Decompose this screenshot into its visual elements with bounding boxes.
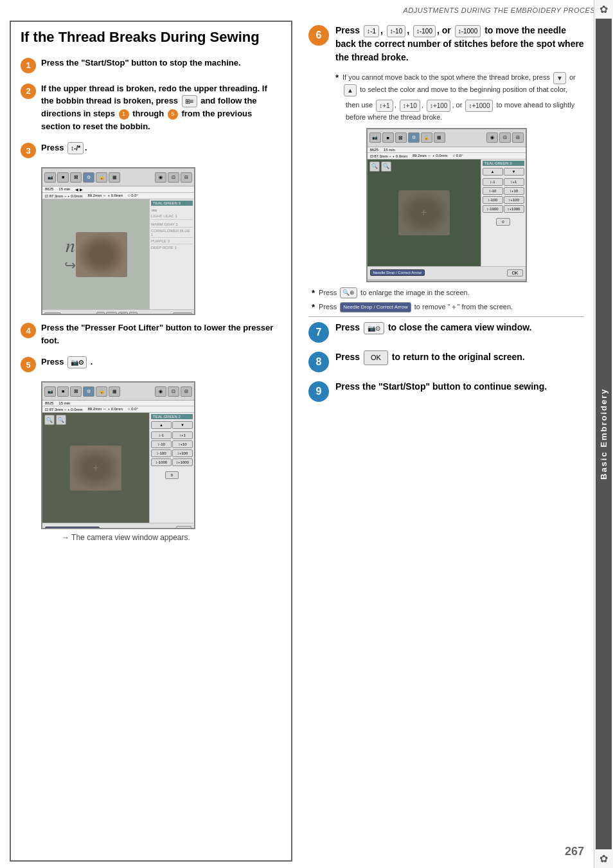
screen1-toolbar: 📷 ■ ⊠ ⚙ 🔒 ▦ ◉ ⊡ ⊟ xyxy=(42,168,194,186)
s3-minus100[interactable]: ↕-100 xyxy=(483,196,503,204)
screen2-info-row2: ⊡ 87.3mm ÷ + 0.0mm 89.2mm ↔ + 0.0mm ○ 0.… xyxy=(42,406,194,413)
return-btn[interactable]: Return xyxy=(44,312,61,316)
arrow-icon: ↪ xyxy=(64,257,76,274)
scissors-btn[interactable]: ✂ xyxy=(96,312,105,315)
needle-display: 𝑛 ↪ xyxy=(64,235,76,274)
divider-1 xyxy=(308,316,584,317)
step-3: 3 Press ↕-/*. xyxy=(21,141,281,158)
right-column: 6 Press ↕-1, ↕-10, ↕-100, or ↕-1000 to m… xyxy=(299,17,607,868)
s3-plus10[interactable]: ↕+10 xyxy=(504,187,524,195)
s3-minus1[interactable]: ↕-1 xyxy=(483,178,503,186)
s3-zero-btn[interactable]: 0 xyxy=(496,218,510,226)
step3-button[interactable]: ↕-/* xyxy=(67,142,84,154)
needle-drop-btn[interactable]: Needle Drop / Correct Arrow xyxy=(45,527,100,530)
embroidery-preview-3 xyxy=(398,190,450,235)
s3-plus100[interactable]: ↕+100 xyxy=(504,196,524,204)
screen3-bottom: Needle Drop / Correct Arrow OK xyxy=(368,266,526,279)
s3-zoom-in[interactable]: 🔍 xyxy=(369,161,380,172)
color-cornflower: CORNFLOWER BLUE 1 xyxy=(151,229,193,238)
s3-minus10[interactable]: ↕-10 xyxy=(483,187,503,195)
plus100-btn[interactable]: ↕+100 xyxy=(427,100,451,112)
step-6-note-1-text: If you cannot move back to the spot wher… xyxy=(342,72,584,96)
bobbin-button[interactable]: ⊞≡ xyxy=(182,95,197,107)
needle-drop-note-btn[interactable]: Needle Drop / Correct Arrow xyxy=(340,302,411,312)
step5-camera-button[interactable]: 📷⊙ xyxy=(67,356,87,368)
plus10-btn[interactable]: ↕+10 xyxy=(400,100,420,112)
step8-ok-btn[interactable]: OK xyxy=(364,350,388,365)
step-5-text: Press 📷⊙ . xyxy=(41,356,93,368)
s2-plus1000[interactable]: ↕+1000 xyxy=(172,458,193,466)
menu-icon: ▦ xyxy=(109,172,120,183)
s3-top-right-icons: ◉ ⊡ ⊟ xyxy=(486,132,524,143)
needle-icon: 𝑛 xyxy=(66,235,75,257)
screen1-info-row2: ⊡ 87.3mm ÷ + 0.0mm 89.2mm ↔ + 0.0mm ○ 0.… xyxy=(42,193,194,199)
page-container: ADJUSTMENTS DURING THE EMBROIDERY PROCES… xyxy=(0,0,613,868)
s2-plus100[interactable]: ↕+100 xyxy=(172,449,193,457)
hoop-btn[interactable]: ⊡ xyxy=(129,312,138,315)
zoom-out-btn[interactable]: 🔍 xyxy=(56,415,66,425)
screen-note-1-text: Press 🔍⊕ to enlarge the image in the scr… xyxy=(319,287,470,299)
screen3-right-panel: TEAL GREEN 3 ▲ ▼ ↕-1 ↕+1 ↕-10 xyxy=(481,159,526,266)
edit-icon: ■ xyxy=(57,172,69,183)
zoom-btn-note[interactable]: 🔍⊕ xyxy=(340,287,357,299)
s3-down-btn[interactable]: ▼ xyxy=(504,168,524,176)
bullet-star-2: * xyxy=(312,288,315,298)
s3-minus1000[interactable]: ↕-1000 xyxy=(483,205,503,213)
zoom-in-btn[interactable]: 🔍 xyxy=(44,415,55,425)
s3-edit-icon: ■ xyxy=(382,132,394,143)
s2-minus100[interactable]: ↕-100 xyxy=(151,449,172,457)
screen1-body: 𝑛 ↪ TEAL GREEN 3 nto LIGHT LILAC 1 xyxy=(42,199,194,309)
dim-y: 89.2mm ↔ + 0.0mm xyxy=(87,194,123,198)
s3-dim-x: ⊡ 87.3mm ÷ + 0.0mm xyxy=(370,154,407,158)
plus1000-btn[interactable]: ↕+1000 xyxy=(465,100,493,112)
s2-up-btn[interactable]: ▲ xyxy=(151,421,172,429)
step-number-1: 1 xyxy=(21,58,36,73)
section-title: If the Thread Breaks During Sewing xyxy=(21,28,281,47)
minus100-btn[interactable]: ↕-100 xyxy=(413,25,436,37)
s3-row3: ↕-100 ↕+100 xyxy=(483,196,524,204)
s3-needle-drop-btn[interactable]: Needle Drop / Correct Arrow xyxy=(370,269,425,276)
s3-icon-r2: ⊡ xyxy=(499,132,511,143)
s2-minus1[interactable]: ↕-1 xyxy=(151,431,172,439)
screen2-info-row: 8625 15 min xyxy=(42,401,194,406)
s2-down-btn[interactable]: ▼ xyxy=(172,421,193,429)
memory-btn[interactable]: Memory xyxy=(173,312,192,316)
screen-3-container: 📷 ■ ⊠ ⚙ 🔒 ▦ ◉ ⊡ ⊟ 8625 1 xyxy=(308,128,584,282)
plus1-btn[interactable]: ↕+1 xyxy=(376,100,393,112)
s3-ok-btn[interactable]: OK xyxy=(507,269,522,276)
screen2-body: + 🔍 🔍 TEAL GREEN 2 xyxy=(42,413,194,523)
stitch-nav-btn[interactable]: ↕-/* xyxy=(106,312,117,315)
s2-plus10[interactable]: ↕+10 xyxy=(172,440,193,448)
minus10-btn[interactable]: ↕-10 xyxy=(387,25,405,37)
screen3-body: + 🔍 🔍 TEAL GREEN 3 xyxy=(368,159,526,266)
s2-plus1[interactable]: ↕+1 xyxy=(172,431,193,439)
icon-r2: ⊡ xyxy=(168,172,179,183)
up-btn[interactable]: ▲ xyxy=(344,84,357,96)
minus1-btn[interactable]: ↕-1 xyxy=(364,25,379,37)
s3-stitch-count: 8625 xyxy=(370,148,378,152)
nav-arrows: ◀ ▶ xyxy=(75,187,83,192)
screen2-ok-btn[interactable]: OK xyxy=(176,526,191,529)
s3-teal-label: TEAL GREEN 3 xyxy=(483,161,524,166)
s2-teal-green-label: TEAL GREEN 2 xyxy=(151,414,193,419)
s2-minus10[interactable]: ↕-10 xyxy=(151,440,172,448)
s3-zoom-buttons: 🔍 🔍 xyxy=(369,161,391,172)
down-btn[interactable]: ▼ xyxy=(553,72,566,84)
s3-plus1000[interactable]: ↕+1000 xyxy=(504,205,524,213)
s3-updown: ▲ ▼ xyxy=(483,168,524,176)
pattern-display-3 xyxy=(398,190,450,235)
s2-stitch-minus10: ↕-10 ↕+10 xyxy=(151,440,193,448)
step7-close-btn[interactable]: 📷⊙ xyxy=(364,322,384,334)
s2-minus1000[interactable]: ↕-1000 xyxy=(151,458,172,466)
s3-up-btn[interactable]: ▲ xyxy=(483,168,503,176)
s3-plus1[interactable]: ↕+1 xyxy=(504,178,524,186)
left-column: If the Thread Breaks During Sewing 1 Pre… xyxy=(10,21,292,862)
s3-zoom-out[interactable]: 🔍 xyxy=(381,161,391,172)
s2-stitch-minus100: ↕-100 ↕+100 xyxy=(151,449,193,457)
minus1000-btn[interactable]: ↕-1000 xyxy=(455,25,481,37)
step-8-text: Press OK to return to the original scree… xyxy=(335,350,525,365)
s2-zero-btn[interactable]: 0 xyxy=(165,471,179,479)
screen2-main-area: + 🔍 🔍 xyxy=(42,413,149,523)
screen3-info-row2: ⊡ 87.3mm ÷ + 0.0mm 89.2mm ↔ + 0.0mm ○ 0.… xyxy=(368,153,526,159)
save-btn-bottom[interactable]: 💾 xyxy=(118,312,128,315)
